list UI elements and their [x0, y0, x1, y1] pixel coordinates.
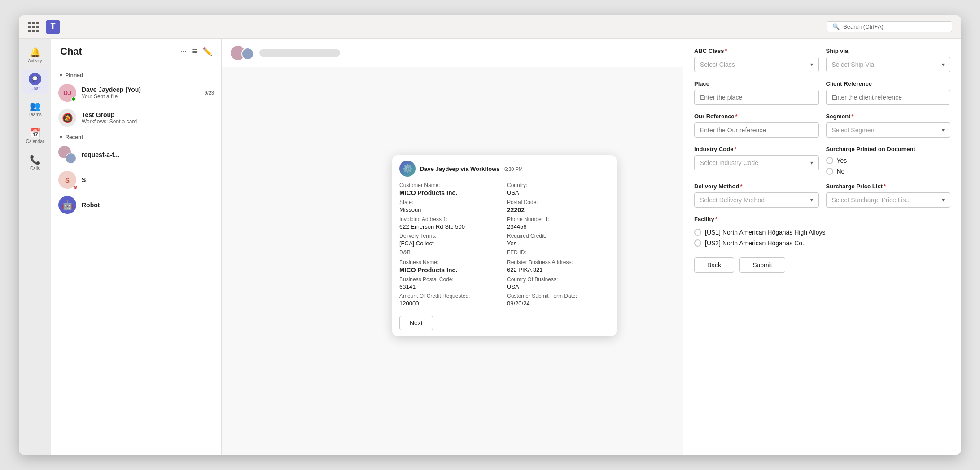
segment-select[interactable]: Select Segment ▾ [826, 122, 951, 138]
chat-item-dave[interactable]: DJ Dave Jaydeep (You) You: Sent a file 9… [51, 80, 221, 105]
content-area: ⚙️ Dave Jaydeep via Workflows 6:30 PM Cu… [222, 39, 683, 455]
surcharge-yes-option[interactable]: Yes [826, 157, 951, 164]
surcharge-no-radio[interactable] [826, 168, 833, 175]
chat-label: Chat [30, 86, 39, 91]
top-bar: T 🔍 Search (Ctrl+A) [19, 15, 961, 39]
popup-row-credit: Required Credit: Yes [507, 233, 609, 247]
popup-label-dnb: D&B: [399, 249, 502, 256]
avatar-robot: 🤖 [58, 196, 76, 214]
facility-us1-option[interactable]: [US1] North American Höganäs High Alloys [694, 229, 950, 236]
nav-item-calls[interactable]: 📞 Calls [22, 150, 48, 175]
next-button[interactable]: Next [399, 316, 433, 330]
form-group-place: Place [694, 80, 819, 105]
popup-label-bizname: Business Name: [399, 259, 502, 265]
chat-nav-avatar: 💬 [29, 73, 41, 85]
abc-class-label: ABC Class* [694, 48, 819, 54]
calls-icon: 📞 [30, 154, 41, 165]
filter-icon[interactable]: ≡ [192, 47, 197, 57]
conversation-header [222, 39, 683, 67]
chat-info-request: request-a-t... [82, 151, 214, 158]
chat-info-s: S [82, 176, 214, 183]
ship-via-label: Ship via [826, 48, 951, 54]
popup-label-creditamt: Amount Of Credit Requested: [399, 293, 502, 299]
popup-sender: Dave Jaydeep via Workflows [420, 165, 500, 172]
facility-us2-option[interactable]: [US2] North American Höganäs Co. [694, 239, 950, 247]
popup-value-state: Missouri [399, 206, 502, 213]
popup-row-dnb: D&B: [399, 249, 502, 257]
nav-item-teams[interactable]: 👥 Teams [22, 96, 48, 121]
industry-code-select[interactable]: Select Industry Code ▾ [694, 155, 819, 170]
popup-label-phone: Phone Number 1: [507, 216, 609, 222]
surcharge-price-chevron: ▾ [942, 197, 945, 203]
popup-footer: Next [392, 312, 617, 336]
popup-label-fed: FED ID: [507, 249, 609, 256]
our-ref-input[interactable] [694, 122, 819, 138]
form-group-client-ref: Client Reference [826, 80, 951, 105]
form-group-segment: Segment* Select Segment ▾ [826, 113, 951, 138]
chat-preview-testgroup: Workflows: Sent a card [82, 118, 214, 125]
facility-us2-radio[interactable] [694, 239, 701, 247]
surcharge-price-select[interactable]: Select Surcharge Price Lis... ▾ [826, 192, 951, 208]
app-grid-icon[interactable] [28, 22, 39, 32]
conv-name-blur [259, 49, 340, 57]
popup-row-bizcountry: Country Of Business: USA [507, 276, 609, 290]
form-group-ship-via: Ship via Select Ship Via ▾ [826, 48, 951, 72]
segment-placeholder: Select Segment [832, 126, 876, 134]
popup-label-state: State: [399, 199, 502, 205]
chat-item-request[interactable]: request-a-t... [51, 142, 221, 167]
chat-item-testgroup[interactable]: 🔕 Test Group Workflows: Sent a card [51, 105, 221, 131]
popup-grid: Customer Name: MICO Products Inc. Countr… [399, 182, 609, 307]
industry-code-chevron: ▾ [810, 160, 813, 166]
popup-header: ⚙️ Dave Jaydeep via Workflows 6:30 PM [392, 155, 617, 178]
submit-button[interactable]: Submit [739, 257, 785, 273]
popup-value-address: 622 Emerson Rd Ste 500 [399, 223, 502, 230]
facility-radio-group: [US1] North American Höganäs High Alloys… [694, 227, 950, 247]
popup-row-creditamt: Amount Of Credit Requested: 120000 [399, 293, 502, 307]
popup-value-country: USA [507, 189, 609, 196]
popup-row-fed: FED ID: [507, 249, 609, 257]
avatar-dave: DJ [58, 84, 76, 102]
client-ref-input[interactable] [826, 90, 951, 105]
chat-item-robot[interactable]: 🤖 Robot [51, 192, 221, 218]
back-button[interactable]: Back [694, 257, 734, 273]
chat-header: Chat ··· ≡ ✏️ [51, 39, 221, 65]
main-layout: 🔔 Activity 💬 Chat 👥 Teams 📅 Calendar 📞 C… [19, 39, 961, 455]
popup-sender-info: Dave Jaydeep via Workflows 6:30 PM [420, 165, 523, 173]
left-nav: 🔔 Activity 💬 Chat 👥 Teams 📅 Calendar 📞 C… [19, 39, 51, 455]
place-input[interactable] [694, 90, 819, 105]
popup-row-delivery: Delivery Terms: [FCA] Collect [399, 233, 502, 247]
form-row-1: ABC Class* Select Class ▾ Ship via Selec… [694, 48, 950, 72]
nav-item-calendar[interactable]: 📅 Calendar [22, 123, 48, 148]
ship-via-select[interactable]: Select Ship Via ▾ [826, 57, 951, 72]
surcharge-yes-label: Yes [837, 157, 847, 164]
popup-label-delivery: Delivery Terms: [399, 233, 502, 239]
popup-value-postal: 22202 [507, 206, 609, 213]
chat-preview-dave: You: Sent a file [82, 93, 199, 100]
abc-class-select[interactable]: Select Class ▾ [694, 57, 819, 72]
surcharge-no-option[interactable]: No [826, 168, 951, 175]
chat-item-s[interactable]: S ⊗ S [51, 167, 221, 192]
search-icon: 🔍 [832, 23, 840, 30]
popup-row-phone: Phone Number 1: 234456 [507, 216, 609, 230]
nav-item-chat[interactable]: 💬 Chat [22, 69, 48, 94]
popup-value-delivery: [FCA] Collect [399, 240, 502, 247]
popup-value-submitdate: 09/20/24 [507, 300, 609, 307]
more-options-icon[interactable]: ··· [180, 47, 187, 57]
popup-row-bizname: Business Name: MICO Products Inc. [399, 259, 502, 274]
facility-us1-label: [US1] North American Höganäs High Alloys [705, 229, 825, 236]
facility-us1-radio[interactable] [694, 229, 701, 236]
search-bar[interactable]: 🔍 Search (Ctrl+A) [827, 21, 952, 32]
chat-list: ▼ Pinned DJ Dave Jaydeep (You) You: Sent… [51, 65, 221, 455]
delivery-method-select[interactable]: Select Delivery Method ▾ [694, 192, 819, 208]
chat-title: Chat [60, 46, 82, 57]
chat-name-testgroup: Test Group [82, 111, 214, 118]
compose-icon[interactable]: ✏️ [202, 47, 212, 57]
popup-row-customer: Customer Name: MICO Products Inc. [399, 182, 502, 196]
form-group-surcharge-printed: Surcharge Printed on Document Yes No [826, 146, 951, 175]
form-row-3: Our Reference* Segment* Select Segment ▾ [694, 113, 950, 138]
chat-name-request: request-a-t... [82, 151, 214, 158]
surcharge-price-label: Surcharge Price List* [826, 183, 951, 190]
popup-row-state: State: Missouri [399, 199, 502, 213]
surcharge-yes-radio[interactable] [826, 157, 833, 164]
nav-item-activity[interactable]: 🔔 Activity [22, 42, 48, 67]
